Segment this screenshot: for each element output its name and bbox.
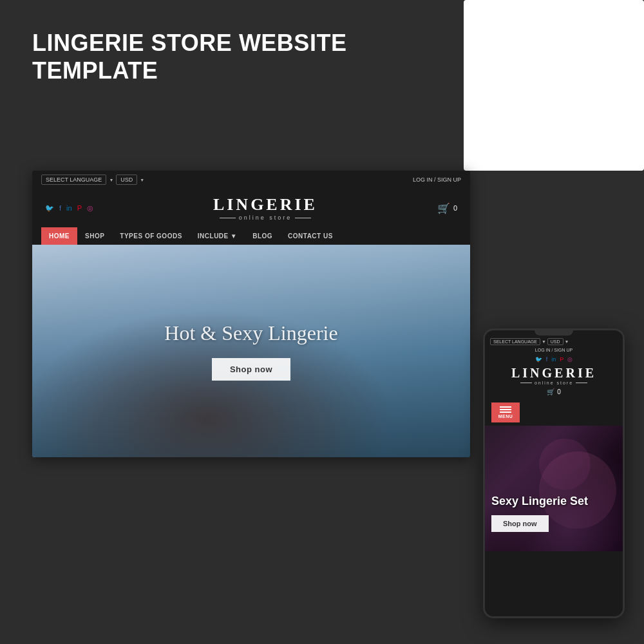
menu-button-label: MENU <box>498 414 513 419</box>
social-icons: 🐦 f in P ◎ <box>45 204 93 213</box>
shop-now-button-mobile[interactable]: Shop now <box>491 515 549 532</box>
include-chevron-icon: ▼ <box>231 232 237 240</box>
site-logo: LINGERIE online store <box>93 195 437 221</box>
mobile-hero: Sexy Lingerie Set Shop now <box>485 426 623 551</box>
desktop-nav: HOME SHOP TYPES OF GOODS INCLUDE ▼ BLOG … <box>32 227 470 245</box>
cart-area[interactable]: 🛒 0 <box>437 202 457 214</box>
nav-item-shop[interactable]: SHOP <box>77 227 112 245</box>
mobile-usd-chevron-icon: ▼ <box>565 339 569 344</box>
menu-line-3 <box>500 412 511 413</box>
mobile-topbar: SELECT LANGUAGE ▼ USD ▼ <box>485 336 623 348</box>
mobile-facebook-icon[interactable]: f <box>546 356 548 363</box>
mobile-notch <box>535 330 573 336</box>
desktop-topbar-left: SELECT LANGUAGE ▼ USD ▼ <box>41 175 144 185</box>
mobile-cart-icon: 🛒 <box>547 388 554 395</box>
nav-item-types[interactable]: TYPES OF GOODS <box>112 227 189 245</box>
title-panel: LINGERIE STORE WEBSITE TEMPLATE <box>0 0 464 174</box>
logo-sub-text: online store <box>93 214 437 221</box>
menu-line-1 <box>500 406 511 408</box>
cart-count: 0 <box>453 204 457 212</box>
mobile-cart-count: 0 <box>557 388 561 395</box>
currency-select[interactable]: USD <box>116 175 137 185</box>
lang-chevron-icon: ▼ <box>109 178 113 182</box>
pinterest-icon[interactable]: P <box>77 204 82 212</box>
hero-content: Hot & Sexy Lingerie Shop now <box>164 321 337 381</box>
linkedin-icon[interactable]: in <box>66 204 72 212</box>
white-card <box>464 0 644 171</box>
mobile-lang-chevron-icon: ▼ <box>542 339 547 344</box>
mobile-logo-main: LINGERIE <box>491 366 616 381</box>
nav-item-include[interactable]: INCLUDE ▼ <box>190 227 245 245</box>
twitter-icon[interactable]: 🐦 <box>45 204 54 213</box>
mobile-currency-select[interactable]: USD <box>547 338 564 345</box>
nav-item-contact[interactable]: CONTACT US <box>280 227 341 245</box>
usd-chevron-icon: ▼ <box>140 178 144 182</box>
facebook-icon[interactable]: f <box>59 204 61 212</box>
shop-now-button-desktop[interactable]: Shop now <box>212 358 290 381</box>
mobile-topbar-left: SELECT LANGUAGE ▼ USD ▼ <box>490 338 569 345</box>
mobile-social-icons: 🐦 f in P ◎ <box>491 356 616 363</box>
desktop-mockup: SELECT LANGUAGE ▼ USD ▼ LOG IN / SIGN UP… <box>32 171 470 457</box>
mobile-language-select[interactable]: SELECT LANGUAGE <box>490 338 540 345</box>
mobile-pinterest-icon[interactable]: P <box>560 356 564 363</box>
hero-title: Hot & Sexy Lingerie <box>164 321 337 345</box>
mobile-header: 🐦 f in P ◎ LINGERIE online store 🛒 0 <box>485 352 623 399</box>
mobile-menu-button[interactable]: MENU <box>491 402 520 422</box>
mobile-instagram-icon[interactable]: ◎ <box>567 356 573 363</box>
language-select[interactable]: SELECT LANGUAGE <box>41 175 106 185</box>
nav-item-home[interactable]: HOME <box>41 227 77 245</box>
desktop-hero: Hot & Sexy Lingerie Shop now <box>32 245 470 457</box>
nav-item-blog[interactable]: BLOG <box>245 227 280 245</box>
instagram-icon[interactable]: ◎ <box>87 204 93 213</box>
mobile-login-link[interactable]: LOG IN / SIGN UP <box>485 348 623 352</box>
cart-icon: 🛒 <box>437 202 450 214</box>
logo-main-text: LINGERIE <box>93 195 437 214</box>
mobile-logo-sub: online store <box>491 381 616 385</box>
mobile-hero-content: Sexy Lingerie Set Shop now <box>491 495 588 532</box>
login-link[interactable]: LOG IN / SIGN UP <box>413 176 461 183</box>
mobile-hero-overlay <box>485 426 623 551</box>
mobile-hero-title: Sexy Lingerie Set <box>491 495 588 509</box>
mobile-linkedin-icon[interactable]: in <box>551 356 556 363</box>
mobile-mockup: SELECT LANGUAGE ▼ USD ▼ LOG IN / SIGN UP… <box>483 328 625 618</box>
menu-line-2 <box>500 409 511 410</box>
desktop-topbar: SELECT LANGUAGE ▼ USD ▼ LOG IN / SIGN UP <box>32 171 470 189</box>
mobile-cart[interactable]: 🛒 0 <box>491 388 616 395</box>
desktop-header: 🐦 f in P ◎ LINGERIE online store 🛒 0 <box>32 189 470 227</box>
page-title: LINGERIE STORE WEBSITE TEMPLATE <box>32 29 431 84</box>
mobile-twitter-icon[interactable]: 🐦 <box>535 356 542 363</box>
